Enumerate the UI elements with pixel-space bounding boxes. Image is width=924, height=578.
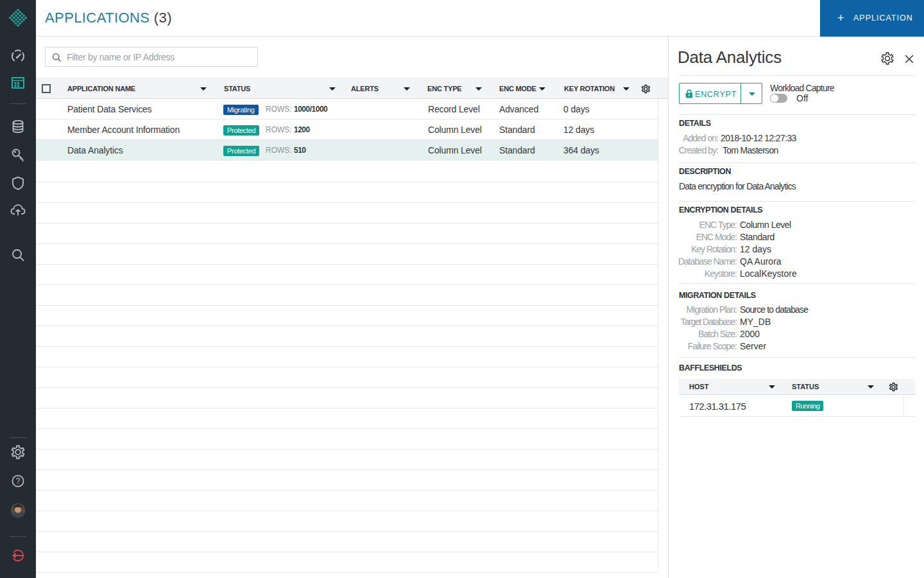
svg-text:?: ?: [16, 477, 21, 486]
